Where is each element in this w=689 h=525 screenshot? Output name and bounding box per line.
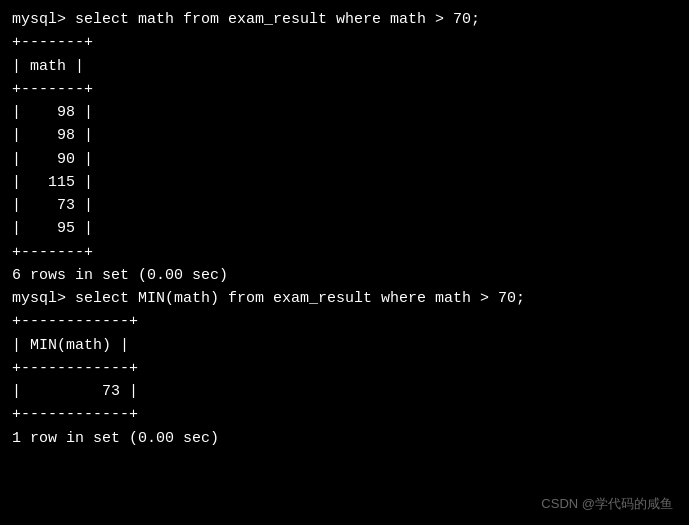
terminal-output: mysql> select math from exam_result wher… — [0, 0, 689, 458]
terminal-line: +-------+ — [12, 31, 677, 54]
terminal-line: +-------+ — [12, 241, 677, 264]
terminal-line: | 90 | — [12, 148, 677, 171]
terminal-line: | MIN(math) | — [12, 334, 677, 357]
terminal-line: 6 rows in set (0.00 sec) — [12, 264, 677, 287]
terminal-line: | 98 | — [12, 124, 677, 147]
terminal-line: mysql> select MIN(math) from exam_result… — [12, 287, 677, 310]
terminal-line: +------------+ — [12, 403, 677, 426]
terminal-line: | 95 | — [12, 217, 677, 240]
terminal-line: | 73 | — [12, 194, 677, 217]
terminal-line: mysql> select math from exam_result wher… — [12, 8, 677, 31]
watermark: CSDN @学代码的咸鱼 — [541, 495, 673, 513]
terminal-line: +------------+ — [12, 357, 677, 380]
terminal-line: 1 row in set (0.00 sec) — [12, 427, 677, 450]
terminal-line: | math | — [12, 55, 677, 78]
terminal-line: +-------+ — [12, 78, 677, 101]
terminal-line: | 115 | — [12, 171, 677, 194]
terminal-line: | 73 | — [12, 380, 677, 403]
terminal-line: | 98 | — [12, 101, 677, 124]
terminal-line: +------------+ — [12, 310, 677, 333]
